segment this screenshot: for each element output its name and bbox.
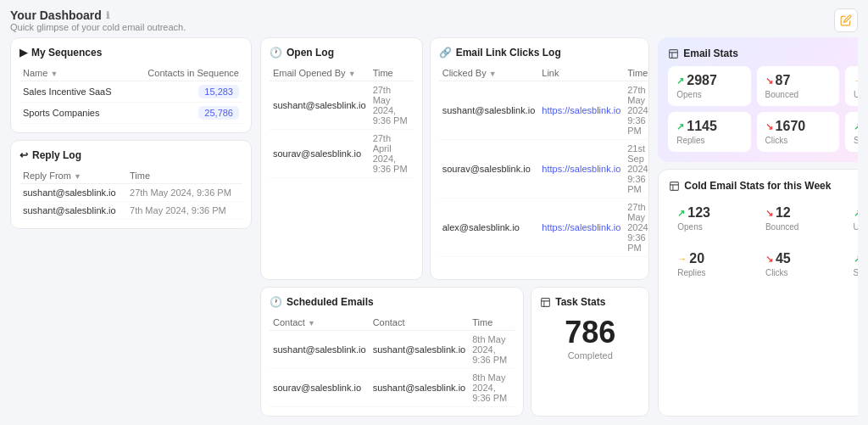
sched-contact1: sourav@salesblink.io xyxy=(270,369,370,407)
table-row: Sales Incentive SaaS 15,283 xyxy=(19,81,242,103)
email-stat-item: ↘ 1670 Clicks xyxy=(757,112,839,152)
clicks-col-link: Link xyxy=(538,65,624,81)
stat-value: ↗ 2987 xyxy=(676,73,742,88)
table-row: sushant@salesblink.io https://salesblink… xyxy=(439,81,650,140)
cold-stat-item: ↗ 123 Opens xyxy=(669,199,751,238)
my-sequences-title: ▶ My Sequences xyxy=(19,47,242,59)
reply-log-table: Reply From ▼ Time sushant@salesblink.io … xyxy=(19,168,242,220)
open-col-time: Time xyxy=(370,65,414,81)
open-log-card: 🕐 Open Log Email Opened By ▼ Time sushan… xyxy=(260,37,423,280)
link-clicks-table: Clicked By ▼ Link Time sushant@salesblin… xyxy=(439,65,650,257)
stat-value: → 67 xyxy=(854,73,858,88)
sched-col-contact2: Contact xyxy=(370,315,470,331)
click-time: 27th May 2024, 9:36 PM xyxy=(624,81,649,140)
cold-stats-title: Cold Email Stats for this Week xyxy=(669,180,858,192)
link-icon: 🔗 xyxy=(439,47,452,59)
reply-time: 27th May 2024, 9:36 PM xyxy=(126,184,242,202)
sequence-contacts: 25,786 xyxy=(130,103,242,124)
click-link: https://salesblink.io xyxy=(538,81,624,140)
cold-stat-item: ↗ 197 Sent xyxy=(845,244,858,284)
open-log-icon: 🕐 xyxy=(270,47,282,59)
stat-label: Clicks xyxy=(765,268,831,277)
reply-col-time: Time xyxy=(126,168,242,184)
clicked-by: alex@salesblink.io xyxy=(439,199,539,257)
click-link: https://salesblink.io xyxy=(538,199,624,257)
main-content: ▶ My Sequences Name ▼ Contacts in Sequen… xyxy=(10,37,858,417)
email-stat-item: ↘ 87 Bounced xyxy=(757,66,839,106)
click-time: 27th May 2024, 9:36 PM xyxy=(624,199,649,257)
scheduled-title: 🕐 Scheduled Emails xyxy=(270,296,515,308)
cold-stat-item: → 20 Replies xyxy=(669,244,751,284)
cold-stats-icon xyxy=(669,181,680,192)
reply-col-from: Reply From ▼ xyxy=(19,168,126,184)
stat-value: → 20 xyxy=(677,251,743,266)
sequences-table: Name ▼ Contacts in Sequence Sales Incent… xyxy=(19,65,242,124)
clicked-by: sourav@salesblink.io xyxy=(439,140,539,199)
clicked-by: sushant@salesblink.io xyxy=(439,81,539,140)
cold-stat-item: ↘ 12 Bounced xyxy=(757,199,839,238)
sequence-name: Sports Companies xyxy=(19,103,130,124)
email-stats-icon xyxy=(668,48,679,59)
sequences-icon: ▶ xyxy=(19,47,27,59)
open-log-table: Email Opened By ▼ Time sushant@salesblin… xyxy=(270,65,414,178)
reply-from: sushant@salesblink.io xyxy=(19,184,126,202)
stat-value: ↘ 45 xyxy=(765,251,831,266)
cold-stat-item: ↗ 23 Unsubscribes xyxy=(845,199,858,238)
clicks-col-time: Time xyxy=(624,65,649,81)
stat-value: ↗ 11876 xyxy=(854,119,858,134)
edit-button[interactable] xyxy=(834,8,858,32)
middle-column: 🕐 Open Log Email Opened By ▼ Time sushan… xyxy=(260,37,649,417)
open-email: sourav@salesblink.io xyxy=(270,130,370,178)
stat-label: Sent xyxy=(854,136,858,145)
email-stats-title: Email Stats xyxy=(668,48,858,59)
clicks-col-by: Clicked By ▼ xyxy=(439,65,539,81)
task-stats-title: Task Stats xyxy=(540,296,605,308)
info-icon[interactable]: ℹ xyxy=(106,10,109,21)
reply-from: sushant@salesblink.io xyxy=(19,202,126,220)
link-clicks-title: 🔗 Email Link Clicks Log xyxy=(439,47,641,59)
email-stat-item: ↗ 2987 Opens xyxy=(668,66,750,106)
stat-label: Replies xyxy=(676,136,742,145)
open-email: sushant@salesblink.io xyxy=(270,81,370,130)
right-column: Email Stats ↗ 2987 Opens ↘ 87 Bounced → … xyxy=(658,37,858,417)
table-row: sushant@salesblink.io 27th May 2024, 9:3… xyxy=(19,184,242,202)
stat-label: Opens xyxy=(676,90,742,99)
table-row: Sports Companies 25,786 xyxy=(19,103,242,124)
scheduled-table: Contact ▼ Contact Time sushant@salesblin… xyxy=(270,315,515,407)
stat-value: ↗ 1145 xyxy=(676,119,742,134)
cold-stats-grid: ↗ 123 Opens ↘ 12 Bounced ↗ 23 Unsubscrib… xyxy=(669,199,858,284)
stat-label: Sent xyxy=(854,268,858,277)
sched-contact1: sushant@salesblink.io xyxy=(270,331,370,369)
stat-value: ↘ 12 xyxy=(765,205,831,221)
sched-col-time: Time xyxy=(469,315,515,331)
bottom-row: 🕐 Scheduled Emails Contact ▼ Contact Tim… xyxy=(260,287,649,417)
table-row: sourav@salesblink.io sushant@salesblink.… xyxy=(270,369,515,407)
dashboard-page: Your Dashboard ℹ Quick glimpse of your c… xyxy=(0,0,868,425)
click-link: https://salesblink.io xyxy=(538,140,624,199)
stat-value: ↘ 87 xyxy=(765,73,831,88)
email-stat-item: ↗ 11876 Sent xyxy=(845,112,858,152)
stat-value: ↗ 23 xyxy=(854,205,858,221)
email-stats-card: Email Stats ↗ 2987 Opens ↘ 87 Bounced → … xyxy=(658,37,858,162)
stat-label: Opens xyxy=(677,222,743,232)
sequences-col-name: Name ▼ xyxy=(19,65,130,81)
table-row: sushant@salesblink.io sushant@salesblink… xyxy=(270,331,515,369)
email-stat-item: ↗ 1145 Replies xyxy=(668,112,750,152)
my-sequences-card: ▶ My Sequences Name ▼ Contacts in Sequen… xyxy=(10,37,252,133)
stat-value: ↗ 123 xyxy=(677,205,743,221)
reply-log-title: ↩ Reply Log xyxy=(19,149,242,161)
page-header: Your Dashboard ℹ Quick glimpse of your c… xyxy=(10,8,858,32)
sched-time: 8th May 2024, 9:36 PM xyxy=(469,331,515,369)
sched-time: 8th May 2024, 9:36 PM xyxy=(469,369,515,407)
cold-email-stats-card: Cold Email Stats for this Week ↗ 123 Ope… xyxy=(658,169,858,417)
page-title: Your Dashboard ℹ xyxy=(10,8,186,22)
table-row: alex@salesblink.io https://salesblink.io… xyxy=(439,199,650,257)
cold-stat-item: ↘ 45 Clicks xyxy=(757,244,839,284)
page-header-left: Your Dashboard ℹ Quick glimpse of your c… xyxy=(10,8,186,32)
task-stats-card: Task Stats 786 Completed xyxy=(531,287,649,417)
stat-label: Bounced xyxy=(765,222,831,232)
title-text: Your Dashboard xyxy=(10,8,102,22)
stat-label: Bounced xyxy=(765,90,831,99)
table-row: sushant@salesblink.io 27th May 2024, 9:3… xyxy=(270,81,414,130)
stat-label: Unsubscribes xyxy=(854,222,858,232)
